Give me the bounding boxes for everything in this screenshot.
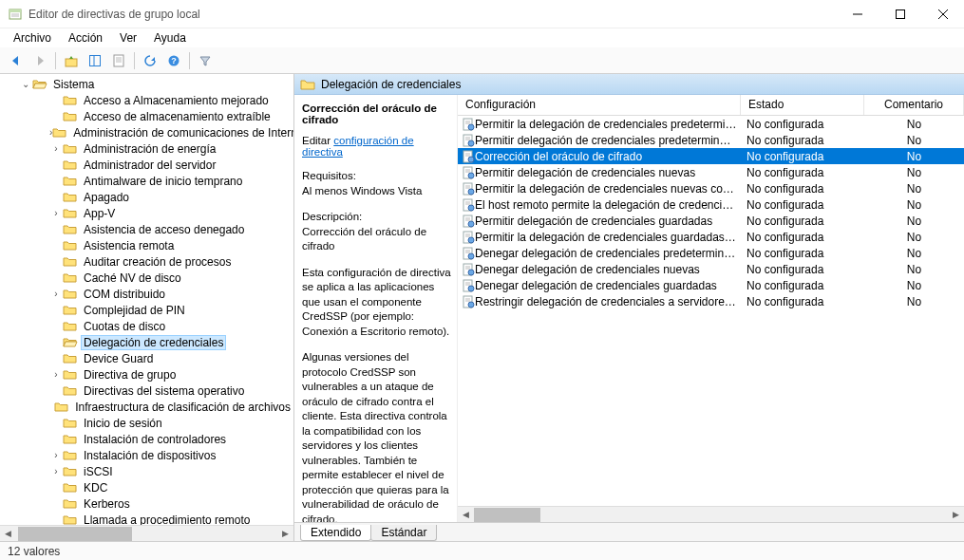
show-hide-tree-button[interactable] <box>85 50 105 71</box>
statusbar: 12 valores <box>0 541 964 560</box>
maximize-button[interactable] <box>879 0 921 28</box>
tree-node[interactable]: KDC <box>4 479 293 495</box>
policy-row[interactable]: Permitir delegación de credenciales nuev… <box>458 164 964 180</box>
refresh-button[interactable] <box>140 50 161 71</box>
description-para1: Esta configuración de directiva se aplic… <box>302 266 451 340</box>
tree-node[interactable]: Directivas del sistema operativo <box>4 383 293 399</box>
tree-node[interactable]: ›App-V <box>4 205 293 221</box>
tree[interactable]: ⌄SistemaAcceso a Almacenamiento mejorado… <box>0 74 293 525</box>
tree-node-label: Device Guard <box>81 352 156 365</box>
tree-node[interactable]: Acceso a Almacenamiento mejorado <box>4 92 293 108</box>
policy-icon <box>458 134 475 147</box>
policy-row[interactable]: Permitir delegación de credenciales guar… <box>458 213 964 229</box>
horizontal-scrollbar-right[interactable]: ◀ ▶ <box>458 506 964 522</box>
tree-node-root[interactable]: ⌄Sistema <box>4 76 293 92</box>
tree-node-label: Complejidad de PIN <box>81 304 188 317</box>
forward-button[interactable] <box>29 50 50 71</box>
tree-node-label: Infraestructura de clasificación de arch… <box>72 401 293 414</box>
menu-ayuda[interactable]: Ayuda <box>146 29 194 47</box>
policy-row[interactable]: Permitir la delegación de credenciales n… <box>458 180 964 196</box>
scroll-thumb[interactable] <box>18 527 132 541</box>
tree-node[interactable]: Instalación de controladores <box>4 431 293 447</box>
tree-node[interactable]: ›Administración de comunicaciones de Int… <box>4 124 293 140</box>
folder-icon <box>63 175 78 188</box>
policy-row[interactable]: Corrección del oráculo de cifradoNo conf… <box>458 148 964 164</box>
tree-node[interactable]: Auditar creación de procesos <box>4 253 293 270</box>
expand-icon[interactable]: › <box>49 143 63 154</box>
back-button[interactable] <box>6 50 27 71</box>
tree-node-label: App-V <box>81 207 118 220</box>
policy-comment: No <box>864 182 964 196</box>
minimize-button[interactable] <box>836 0 879 28</box>
tree-node[interactable]: Asistencia remota <box>4 237 293 253</box>
folder-icon <box>63 417 78 430</box>
scroll-right-arrow[interactable]: ▶ <box>948 510 964 519</box>
tree-node[interactable]: Apagado <box>4 189 293 205</box>
svg-point-64 <box>468 302 474 308</box>
policy-comment: No <box>864 198 964 212</box>
tree-node[interactable]: Infraestructura de clasificación de arch… <box>4 399 293 415</box>
properties-button[interactable] <box>108 50 129 71</box>
tree-node[interactable]: Llamada a procedimiento remoto <box>4 512 293 525</box>
tree-node[interactable]: Caché NV de disco <box>4 270 293 286</box>
close-button[interactable] <box>921 0 964 28</box>
app-icon <box>8 7 23 22</box>
requirements-block: Requisitos: Al menos Windows Vista <box>302 169 451 198</box>
policy-row[interactable]: Denegar delegación de credenciales nueva… <box>458 261 964 277</box>
tree-node[interactable]: ›Instalación de dispositivos <box>4 447 293 463</box>
tree-node[interactable]: Acceso de almacenamiento extraíble <box>4 108 293 124</box>
col-header-comentario[interactable]: Comentario <box>864 95 964 115</box>
menu-archivo[interactable]: Archivo <box>6 29 59 47</box>
tree-node-label: Administrador del servidor <box>81 159 218 172</box>
expand-icon[interactable]: › <box>49 289 63 299</box>
expand-icon[interactable]: › <box>49 208 63 218</box>
policy-comment: No <box>864 231 964 244</box>
policy-state: No configurada <box>741 231 864 244</box>
up-button[interactable] <box>61 50 82 71</box>
policy-state: No configurada <box>741 150 864 163</box>
collapse-icon[interactable]: ⌄ <box>19 79 32 89</box>
folder-icon <box>63 320 78 333</box>
menu-ver[interactable]: Ver <box>112 29 144 47</box>
tree-node[interactable]: Kerberos <box>4 495 293 512</box>
window-title: Editor de directivas de grupo local <box>28 8 836 21</box>
svg-point-40 <box>468 205 474 211</box>
tree-node[interactable]: Delegación de credenciales <box>4 334 293 350</box>
scroll-left-arrow[interactable]: ◀ <box>0 529 16 538</box>
policy-list[interactable]: Permitir la delegación de credenciales p… <box>458 116 964 506</box>
tree-node[interactable]: ›COM distribuido <box>4 286 293 302</box>
scroll-right-arrow[interactable]: ▶ <box>277 529 293 538</box>
tree-node[interactable]: Asistencia de acceso denegado <box>4 221 293 237</box>
scroll-left-arrow[interactable]: ◀ <box>458 510 474 519</box>
expand-icon[interactable]: › <box>49 466 63 476</box>
tab-extended[interactable]: Extendido <box>300 525 371 541</box>
policy-row[interactable]: Denegar delegación de credenciales guard… <box>458 277 964 293</box>
tab-standard[interactable]: Estándar <box>370 525 437 541</box>
expand-icon[interactable]: › <box>49 369 63 380</box>
policy-row[interactable]: Permitir la delegación de credenciales g… <box>458 229 964 245</box>
filter-button[interactable] <box>195 50 216 71</box>
scroll-thumb[interactable] <box>474 508 540 522</box>
policy-row[interactable]: Denegar delegación de credenciales prede… <box>458 245 964 261</box>
policy-row[interactable]: El host remoto permite la delegación de … <box>458 196 964 213</box>
tree-node[interactable]: Antimalware de inicio temprano <box>4 173 293 189</box>
tree-node[interactable]: ›iSCSI <box>4 463 293 479</box>
col-header-config[interactable]: Configuración <box>458 95 741 115</box>
tree-node[interactable]: Cuotas de disco <box>4 318 293 334</box>
horizontal-scrollbar-left[interactable]: ◀ ▶ <box>0 525 293 541</box>
svg-point-28 <box>468 157 474 162</box>
help-button[interactable]: ? <box>163 50 184 71</box>
tree-node[interactable]: ›Directiva de grupo <box>4 366 293 383</box>
policy-row[interactable]: Restringir delegación de credenciales a … <box>458 293 964 309</box>
col-header-estado[interactable]: Estado <box>741 95 864 115</box>
policy-row[interactable]: Permitir la delegación de credenciales p… <box>458 116 964 132</box>
tree-node[interactable]: ›Administración de energía <box>4 140 293 157</box>
tree-node[interactable]: Device Guard <box>4 350 293 366</box>
tree-node[interactable]: Administrador del servidor <box>4 157 293 173</box>
expand-icon[interactable]: › <box>49 450 63 460</box>
policy-state: No configurada <box>741 279 864 292</box>
tree-node[interactable]: Complejidad de PIN <box>4 302 293 318</box>
policy-row[interactable]: Permitir delegación de credenciales pred… <box>458 132 964 148</box>
menu-accion[interactable]: Acción <box>61 29 110 47</box>
tree-node[interactable]: Inicio de sesión <box>4 415 293 431</box>
